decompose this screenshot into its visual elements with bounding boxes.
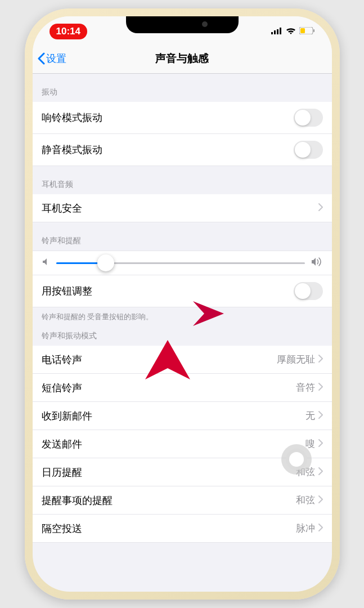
svg-rect-0 bbox=[271, 32, 273, 34]
chevron-right-icon bbox=[318, 355, 323, 365]
volume-slider[interactable] bbox=[56, 262, 305, 264]
section-header-vibration: 振动 bbox=[33, 74, 332, 102]
label-reminder: 提醒事项的提醒 bbox=[42, 494, 113, 507]
label-ringtone: 电话铃声 bbox=[42, 353, 82, 366]
volume-high-icon bbox=[311, 257, 323, 269]
nav-bar: 设置 声音与触感 bbox=[33, 43, 332, 74]
chevron-left-icon bbox=[37, 52, 45, 65]
page-title: 声音与触感 bbox=[155, 51, 209, 66]
wifi-icon bbox=[286, 26, 296, 37]
toggle-silent-vibrate[interactable] bbox=[294, 141, 323, 159]
chevron-right-icon bbox=[318, 411, 323, 421]
svg-rect-6 bbox=[313, 29, 314, 32]
label-change-with-buttons: 用按钮调整 bbox=[42, 284, 92, 298]
notch bbox=[126, 16, 239, 33]
section-header-headphone: 耳机音频 bbox=[33, 166, 332, 194]
value-text-tone: 音符 bbox=[296, 381, 315, 394]
label-silent-vibrate: 静音模式振动 bbox=[42, 143, 102, 157]
svg-rect-2 bbox=[277, 29, 278, 34]
chevron-right-icon bbox=[318, 524, 323, 534]
slider-thumb[interactable] bbox=[97, 254, 114, 271]
label-ring-vibrate: 响铃模式振动 bbox=[42, 111, 102, 124]
row-airdrop[interactable]: 隔空投送 脉冲 bbox=[33, 515, 332, 543]
value-new-mail: 无 bbox=[305, 409, 315, 422]
time-pill: 10:14 bbox=[50, 24, 87, 39]
volume-low-icon bbox=[42, 257, 51, 269]
chevron-right-icon bbox=[318, 439, 323, 449]
row-ring-vibrate[interactable]: 响铃模式振动 bbox=[33, 102, 332, 134]
battery-icon bbox=[299, 26, 315, 37]
row-silent-vibrate[interactable]: 静音模式振动 bbox=[33, 134, 332, 166]
section-header-sounds: 铃声和振动模式 bbox=[33, 324, 332, 346]
status-icons bbox=[271, 26, 315, 37]
row-volume-slider bbox=[33, 251, 332, 275]
svg-rect-5 bbox=[300, 28, 305, 33]
row-reminder[interactable]: 提醒事项的提醒 和弦 bbox=[33, 486, 332, 515]
section-header-ringer: 铃声和提醒 bbox=[33, 222, 332, 251]
screen: 10:14 设置 声音与触感 振动 bbox=[33, 16, 332, 592]
value-reminder: 和弦 bbox=[296, 494, 315, 507]
label-calendar: 日历提醒 bbox=[42, 466, 82, 479]
svg-rect-1 bbox=[274, 30, 276, 34]
toggle-change-with-buttons[interactable] bbox=[294, 282, 323, 300]
assistive-touch-button[interactable] bbox=[281, 444, 312, 475]
chevron-right-icon bbox=[318, 383, 323, 393]
chevron-right-icon bbox=[318, 495, 323, 506]
chevron-right-icon bbox=[318, 203, 323, 213]
row-new-mail[interactable]: 收到新邮件 无 bbox=[33, 402, 332, 430]
svg-rect-3 bbox=[280, 28, 281, 34]
phone-frame: 10:14 设置 声音与触感 振动 bbox=[25, 8, 340, 600]
toggle-ring-vibrate[interactable] bbox=[294, 109, 323, 127]
back-label: 设置 bbox=[46, 52, 66, 65]
signal-icon bbox=[271, 26, 282, 37]
chevron-right-icon bbox=[318, 467, 323, 477]
label-airdrop: 隔空投送 bbox=[42, 522, 82, 535]
value-ringtone: 厚颜无耻 bbox=[277, 353, 315, 366]
back-button[interactable]: 设置 bbox=[37, 52, 66, 65]
label-headphone-safety: 耳机安全 bbox=[42, 202, 82, 215]
row-change-with-buttons[interactable]: 用按钮调整 bbox=[33, 275, 332, 307]
label-text-tone: 短信铃声 bbox=[42, 381, 82, 395]
row-text-tone[interactable]: 短信铃声 音符 bbox=[33, 374, 332, 402]
label-sent-mail: 发送邮件 bbox=[42, 437, 82, 451]
row-ringtone[interactable]: 电话铃声 厚颜无耻 bbox=[33, 346, 332, 374]
footer-ringer: 铃声和提醒的 受音量按钮的影响。 bbox=[33, 307, 332, 324]
row-headphone-safety[interactable]: 耳机安全 bbox=[33, 194, 332, 222]
value-airdrop: 脉冲 bbox=[296, 522, 315, 535]
label-new-mail: 收到新邮件 bbox=[42, 409, 92, 423]
content-scroll[interactable]: 振动 响铃模式振动 静音模式振动 耳机音频 耳机安全 铃声和提醒 bbox=[33, 74, 332, 592]
